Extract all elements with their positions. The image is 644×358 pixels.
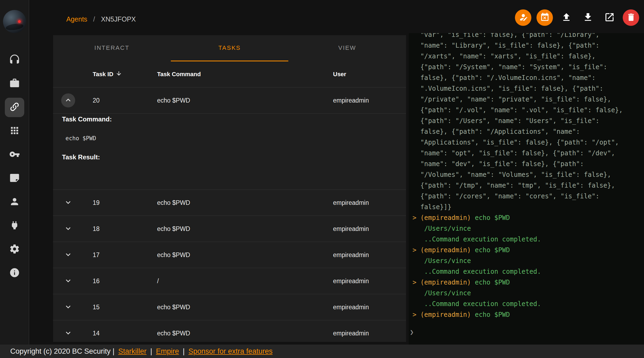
expand-row-button[interactable] [61, 222, 75, 236]
breadcrumb-agent-name: XN5JFOPX [101, 15, 136, 23]
terminal-panel[interactable]: "var", "is_file": false}, {"path": "/Lib… [409, 33, 644, 345]
task-id: 18 [83, 225, 157, 233]
expand-row-button[interactable] [61, 274, 75, 288]
task-user: empireadmin [333, 225, 406, 233]
terminal-line: {"path": "/System", "name": "System", "i… [413, 62, 644, 72]
table-row[interactable]: 14 echo $PWD empireadmin [53, 320, 406, 342]
task-user: empireadmin [333, 278, 406, 285]
tab-interact[interactable]: INTERACT [53, 35, 171, 61]
task-user: empireadmin [333, 330, 406, 337]
task-user: empireadmin [333, 304, 406, 311]
terminal-caret: ❯ [410, 327, 414, 338]
tab-bar: INTERACT TASKS VIEW [53, 35, 406, 61]
terminal-output: "var", "is_file": false}, {"path": "/Lib… [409, 33, 644, 320]
task-user: empireadmin [333, 199, 406, 206]
user-icon [9, 196, 20, 208]
briefcase-icon [9, 78, 20, 90]
chevron-down-icon [64, 250, 73, 260]
terminal-line: "var", "is_file": false}, {"path": "/Lib… [413, 33, 644, 40]
terminal-line: /Users/vince [413, 223, 644, 234]
terminal-line: > (empireadmin) echo $PWD [413, 212, 644, 223]
breadcrumb: Agents / XN5JFOPX [66, 15, 136, 23]
open-in-new-icon [604, 12, 615, 23]
sidebar-item-agents[interactable] [5, 98, 24, 117]
footer-link-starkiller[interactable]: Starkiller [118, 347, 147, 356]
upload-button[interactable] [558, 9, 574, 26]
sidebar-item-listeners[interactable] [5, 50, 24, 70]
task-id: 19 [83, 199, 157, 206]
sidebar-item-credentials[interactable] [5, 145, 24, 164]
header-actions [515, 9, 639, 26]
terminal-line: {"path": "/Users", "name": "Users", "is_… [413, 115, 644, 126]
table-row[interactable]: 20 echo $PWD empireadmin [53, 87, 406, 114]
table-row[interactable]: 15 echo $PWD empireadmin [53, 294, 406, 320]
task-table-header: Task ID Task Command User [53, 61, 406, 87]
task-command: echo $PWD [157, 251, 333, 259]
terminal-line: "name": "dev", "is_file": false}, {"path… [413, 159, 644, 169]
table-row[interactable]: 19 echo $PWD empireadmin [53, 190, 406, 216]
table-row[interactable]: 17 echo $PWD empireadmin [53, 242, 406, 268]
trash-icon [626, 12, 636, 23]
sidebar-item-settings[interactable] [5, 240, 24, 259]
footer-text: | [183, 347, 185, 356]
terminal-line: false}, {"path": "/Applications", "name"… [413, 126, 644, 137]
chevron-down-icon [64, 328, 73, 338]
expand-row-button[interactable] [61, 326, 75, 340]
download-icon [583, 12, 593, 23]
footer-text: Copyright (c) 2020 BC Security | [10, 347, 115, 356]
terminal-line: "name": "opt", "is_file": false}, {"path… [413, 148, 644, 159]
table-row[interactable]: 16 / empireadmin [53, 268, 406, 294]
download-button[interactable] [580, 9, 596, 26]
terminal-line: ".VolumeIcon.icns", "is_file": false}, {… [413, 83, 644, 94]
sidebar-item-stagers[interactable] [5, 74, 24, 93]
column-header-user: User [333, 71, 406, 78]
terminal-line: "/private", "name": "private", "is_file"… [413, 94, 644, 105]
terminal-line: false}, {"path": "/.VolumeIcon.icns", "n… [413, 72, 644, 83]
upload-icon [561, 12, 572, 23]
column-header-task-id[interactable]: Task ID [93, 70, 157, 78]
agent-panel: INTERACT TASKS VIEW Task ID Task Command… [53, 35, 406, 342]
expand-row-button[interactable] [61, 248, 75, 262]
link-icon [9, 101, 20, 113]
empire-logo-avatar[interactable] [3, 10, 26, 33]
footer: Copyright (c) 2020 BC Security |Starkill… [0, 345, 644, 358]
tab-tasks[interactable]: TASKS [171, 35, 289, 61]
terminal-line: {"path": "/tmp", "name": "tmp", "is_file… [413, 180, 644, 191]
terminal-line: > (empireadmin) echo $PWD [413, 245, 644, 255]
key-icon [9, 149, 20, 161]
footer-link-sponsor-for-extra-features[interactable]: Sponsor for extra features [188, 347, 272, 356]
task-command-value: echo $PWD [65, 134, 406, 142]
footer-link-empire[interactable]: Empire [156, 347, 179, 356]
edit-agent-button[interactable] [515, 9, 531, 26]
expand-row-button[interactable] [61, 300, 75, 314]
sidebar-item-plugins[interactable] [5, 216, 24, 236]
task-result-value [65, 172, 406, 180]
expand-row-button[interactable] [61, 196, 75, 210]
sort-desc-icon [116, 70, 122, 78]
sidebar-item-reporting[interactable] [5, 169, 24, 188]
tab-view[interactable]: VIEW [288, 35, 406, 61]
breadcrumb-agents-link[interactable]: Agents [66, 15, 87, 23]
expand-row-button[interactable] [61, 93, 75, 107]
open-external-button[interactable] [601, 9, 618, 26]
terminal-line: ..Command execution completed. [413, 266, 644, 277]
column-header-task-command: Task Command [157, 71, 333, 78]
sidebar-item-modules[interactable] [5, 121, 24, 141]
delete-agent-button[interactable] [623, 9, 639, 26]
sidebar-nav [0, 50, 29, 283]
calendar-remove-icon [540, 12, 550, 23]
sidebar-item-users[interactable] [5, 192, 24, 212]
table-row[interactable]: 18 echo $PWD empireadmin [53, 216, 406, 242]
sidebar-item-about[interactable] [5, 264, 24, 283]
terminal-line: "name": "Library", "is_file": false}, {"… [413, 40, 644, 51]
breadcrumb-separator: / [93, 15, 95, 23]
account-edit-icon [518, 12, 528, 23]
sidebar [0, 0, 29, 345]
clear-queued-tasks-button[interactable] [536, 9, 553, 26]
gear-icon [9, 244, 20, 255]
terminal-line: {"path": "/cores", "name": "cores", "is_… [413, 191, 644, 202]
chevron-down-icon [64, 302, 73, 312]
note-icon [9, 173, 20, 184]
task-id: 14 [83, 330, 157, 337]
terminal-line: false}]} [413, 202, 644, 212]
